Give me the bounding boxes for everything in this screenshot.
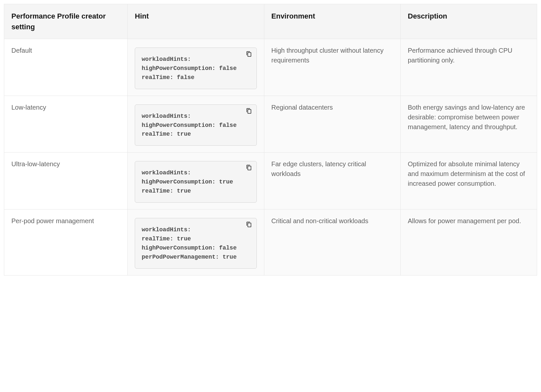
- setting-cell: Default: [4, 39, 128, 96]
- header-hint: Hint: [128, 4, 264, 39]
- copy-icon: [246, 220, 252, 230]
- hint-cell: workloadHints: highPowerConsumption: tru…: [128, 153, 264, 210]
- copy-icon: [246, 50, 252, 60]
- code-content: workloadHints: highPowerConsumption: fal…: [142, 55, 250, 82]
- setting-cell: Per-pod power management: [4, 210, 128, 276]
- table-body: Default workloadHints: highPowerConsumpt…: [4, 39, 537, 276]
- copy-button[interactable]: [245, 165, 253, 172]
- copy-icon: [246, 163, 252, 173]
- header-environment: Environment: [264, 4, 400, 39]
- code-content: workloadHints: highPowerConsumption: tru…: [142, 169, 250, 196]
- description-cell: Performance achieved through CPU partiti…: [400, 39, 537, 96]
- setting-cell: Low-latency: [4, 96, 128, 153]
- environment-cell: Far edge clusters, latency critical work…: [264, 153, 400, 210]
- table-row: Low-latency workloadHints: highPowerCons…: [4, 96, 537, 153]
- code-block: workloadHints: highPowerConsumption: fal…: [135, 47, 257, 89]
- hint-cell: workloadHints: realTime: true highPowerC…: [128, 210, 264, 276]
- code-block: workloadHints: realTime: true highPowerC…: [135, 218, 257, 269]
- table-row: Per-pod power management workloadHints: …: [4, 210, 537, 276]
- copy-icon: [246, 107, 252, 116]
- code-content: workloadHints: realTime: true highPowerC…: [142, 225, 250, 262]
- environment-cell: Critical and non-critical workloads: [264, 210, 400, 276]
- code-block: workloadHints: highPowerConsumption: tru…: [135, 161, 257, 203]
- table-row: Default workloadHints: highPowerConsumpt…: [4, 39, 537, 96]
- description-cell: Optimized for absolute minimal latency a…: [400, 153, 537, 210]
- setting-cell: Ultra-low-latency: [4, 153, 128, 210]
- performance-profile-table: Performance Profile creator setting Hint…: [4, 4, 537, 276]
- copy-button[interactable]: [245, 51, 253, 58]
- copy-button[interactable]: [245, 222, 253, 229]
- environment-cell: High throughput cluster without latency …: [264, 39, 400, 96]
- header-description: Description: [400, 4, 537, 39]
- environment-cell: Regional datacenters: [264, 96, 400, 153]
- description-cell: Both energy savings and low-latency are …: [400, 96, 537, 153]
- code-block: workloadHints: highPowerConsumption: fal…: [135, 104, 257, 146]
- table-header-row: Performance Profile creator setting Hint…: [4, 4, 537, 39]
- hint-cell: workloadHints: highPowerConsumption: fal…: [128, 96, 264, 153]
- header-setting: Performance Profile creator setting: [4, 4, 128, 39]
- table-row: Ultra-low-latency workloadHints: highPow…: [4, 153, 537, 210]
- description-cell: Allows for power management per pod.: [400, 210, 537, 276]
- copy-button[interactable]: [245, 108, 253, 115]
- code-content: workloadHints: highPowerConsumption: fal…: [142, 112, 250, 139]
- hint-cell: workloadHints: highPowerConsumption: fal…: [128, 39, 264, 96]
